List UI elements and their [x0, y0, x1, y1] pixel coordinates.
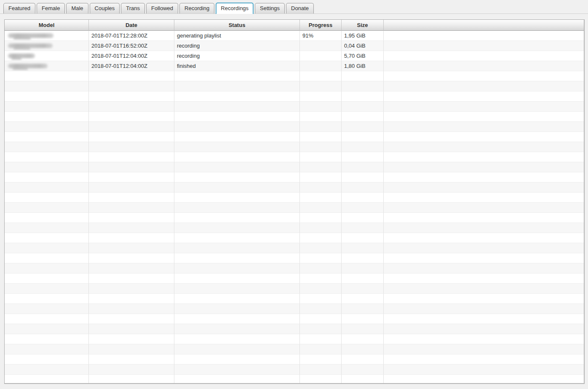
- table-row-empty[interactable]: [5, 334, 584, 344]
- cell-extra: [384, 375, 584, 384]
- recordings-table: ModelDateStatusProgressSize 2018-07-01T1…: [4, 19, 585, 384]
- cell-status: generating playlist: [174, 31, 300, 41]
- table-row-empty[interactable]: [5, 233, 584, 243]
- cell-extra: [384, 102, 584, 112]
- table-row-empty[interactable]: [5, 223, 584, 233]
- cell-size: [342, 122, 384, 132]
- table-row-empty[interactable]: [5, 182, 584, 193]
- table-row-empty[interactable]: [5, 324, 584, 334]
- table-row-empty[interactable]: [5, 304, 584, 314]
- cell-model: [5, 61, 89, 71]
- cell-model: [5, 304, 89, 314]
- cell-progress: [300, 41, 342, 51]
- cell-progress: [300, 51, 342, 61]
- table-row-empty[interactable]: [5, 203, 584, 213]
- cell-progress: [300, 91, 342, 102]
- table-row-empty[interactable]: [5, 81, 584, 91]
- cell-date: [89, 81, 174, 91]
- table-row-empty[interactable]: [5, 253, 584, 263]
- table-row-empty[interactable]: [5, 375, 584, 384]
- table-row-empty[interactable]: [5, 172, 584, 182]
- cell-extra: [384, 213, 584, 223]
- table-row-empty[interactable]: [5, 213, 584, 223]
- cell-progress: [300, 253, 342, 263]
- table-row-empty[interactable]: [5, 243, 584, 253]
- cell-size: [342, 162, 384, 172]
- table-row-empty[interactable]: [5, 263, 584, 274]
- cell-progress: [300, 314, 342, 324]
- tab-couples[interactable]: Couples: [90, 3, 120, 13]
- column-header-size[interactable]: Size: [342, 20, 384, 31]
- column-header-progress[interactable]: Progress: [300, 20, 342, 31]
- cell-model: [5, 102, 89, 112]
- cell-model: [5, 193, 89, 203]
- table-row-empty[interactable]: [5, 274, 584, 284]
- column-header-status[interactable]: Status: [174, 20, 300, 31]
- column-header-date[interactable]: Date: [89, 20, 174, 31]
- cell-extra: [384, 182, 584, 193]
- cell-extra: [384, 253, 584, 263]
- cell-status: [174, 182, 300, 193]
- table-row[interactable]: 2018-07-01T12:28:00Zgenerating playlist9…: [5, 31, 584, 41]
- cell-size: [342, 334, 384, 344]
- table-row-empty[interactable]: [5, 112, 584, 122]
- table-row-empty[interactable]: [5, 344, 584, 354]
- cell-date: [89, 233, 174, 243]
- tab-donate[interactable]: Donate: [286, 3, 314, 13]
- table-row-empty[interactable]: [5, 294, 584, 304]
- cell-status: [174, 91, 300, 102]
- table-row-empty[interactable]: [5, 71, 584, 81]
- cell-status: [174, 142, 300, 152]
- table-row[interactable]: 2018-07-01T16:52:00Zrecording0,04 GiB: [5, 41, 584, 51]
- tab-settings[interactable]: Settings: [255, 3, 285, 13]
- tab-featured[interactable]: Featured: [3, 3, 35, 13]
- cell-extra: [384, 243, 584, 253]
- tab-male[interactable]: Male: [66, 3, 88, 13]
- table-row-empty[interactable]: [5, 91, 584, 102]
- tab-trans[interactable]: Trans: [121, 3, 145, 13]
- cell-progress: [300, 284, 342, 294]
- cell-model: [5, 223, 89, 233]
- table-row-empty[interactable]: [5, 122, 584, 132]
- cell-progress: [300, 193, 342, 203]
- table-row[interactable]: 2018-07-01T12:04:00Zfinished1,80 GiB: [5, 61, 584, 71]
- table-row-empty[interactable]: [5, 132, 584, 142]
- cell-size: [342, 223, 384, 233]
- cell-status: [174, 284, 300, 294]
- column-header-extra[interactable]: [384, 20, 584, 31]
- cell-status: [174, 81, 300, 91]
- table-row-empty[interactable]: [5, 314, 584, 324]
- cell-size: 5,70 GiB: [342, 51, 384, 61]
- table-row[interactable]: 2018-07-01T12:04:00Zrecording5,70 GiB: [5, 51, 584, 61]
- tab-female[interactable]: Female: [37, 3, 65, 13]
- cell-date: [89, 91, 174, 102]
- cell-extra: [384, 324, 584, 334]
- cell-progress: [300, 122, 342, 132]
- cell-model: [5, 365, 89, 375]
- cell-size: [342, 354, 384, 365]
- table-row-empty[interactable]: [5, 102, 584, 112]
- table-row-empty[interactable]: [5, 354, 584, 365]
- table-row-empty[interactable]: [5, 365, 584, 375]
- tab-recordings[interactable]: Recordings: [216, 3, 254, 14]
- cell-status: [174, 122, 300, 132]
- cell-status: [174, 152, 300, 162]
- cell-size: 1,80 GiB: [342, 61, 384, 71]
- table-row-empty[interactable]: [5, 193, 584, 203]
- tab-followed[interactable]: Followed: [146, 3, 178, 13]
- tab-bar: FeaturedFemaleMaleCouplesTransFollowedRe…: [0, 0, 588, 14]
- cell-date: [89, 112, 174, 122]
- tab-recording[interactable]: Recording: [179, 3, 214, 13]
- table-row-empty[interactable]: [5, 284, 584, 294]
- table-row-empty[interactable]: [5, 162, 584, 172]
- table-row-empty[interactable]: [5, 152, 584, 162]
- cell-size: [342, 274, 384, 284]
- cell-extra: [384, 334, 584, 344]
- cell-date: [89, 203, 174, 213]
- column-header-model[interactable]: Model: [5, 20, 89, 31]
- model-name-redacted-blob: [8, 64, 48, 68]
- app-window: FeaturedFemaleMaleCouplesTransFollowedRe…: [0, 0, 588, 389]
- table-header-row: ModelDateStatusProgressSize: [5, 20, 584, 31]
- table-row-empty[interactable]: [5, 142, 584, 152]
- cell-date: [89, 132, 174, 142]
